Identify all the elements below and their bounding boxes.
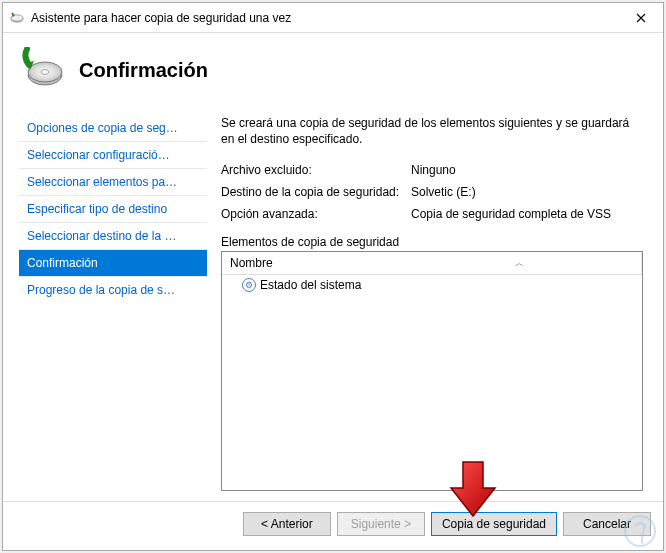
backup-items-list[interactable]: Nombre ︿ ⚙ Estado del sistema bbox=[221, 251, 643, 491]
wizard-window: Asistente para hacer copia de seguridad … bbox=[2, 2, 664, 551]
value-advanced: Copia de seguridad completa de VSS bbox=[411, 207, 643, 221]
list-item-label: Estado del sistema bbox=[260, 278, 361, 292]
sidebar-item-progress[interactable]: Progreso de la copia de s… bbox=[19, 277, 207, 303]
column-header-name-text: Nombre bbox=[230, 256, 273, 270]
svg-point-5 bbox=[625, 516, 655, 546]
titlebar: Asistente para hacer copia de seguridad … bbox=[3, 3, 663, 33]
list-header: Nombre ︿ bbox=[222, 252, 642, 275]
row-advanced: Opción avanzada: Copia de seguridad comp… bbox=[221, 207, 643, 221]
svg-point-4 bbox=[41, 70, 49, 75]
label-destination: Destino de la copia de seguridad: bbox=[221, 185, 411, 199]
list-label: Elementos de copia de seguridad bbox=[221, 235, 643, 249]
system-state-icon: ⚙ bbox=[242, 278, 256, 292]
description-text: Se creará una copia de seguridad de los … bbox=[221, 115, 643, 147]
back-button[interactable]: < Anterior bbox=[243, 512, 331, 536]
wizard-header: Confirmación bbox=[3, 33, 663, 109]
app-icon bbox=[9, 10, 25, 26]
backup-button[interactable]: Copia de seguridad bbox=[431, 512, 557, 536]
wizard-footer: < Anterior Siguiente > Copia de segurida… bbox=[3, 501, 663, 550]
value-destination: Solvetic (E:) bbox=[411, 185, 643, 199]
sort-caret-icon: ︿ bbox=[515, 257, 524, 270]
sidebar-item-items[interactable]: Seleccionar elementos pa… bbox=[19, 169, 207, 196]
sidebar-item-dest-type[interactable]: Especificar tipo de destino bbox=[19, 196, 207, 223]
sidebar-item-config[interactable]: Seleccionar configuració… bbox=[19, 142, 207, 169]
close-button[interactable] bbox=[619, 3, 663, 32]
label-excluded-file: Archivo excluido: bbox=[221, 163, 411, 177]
watermark-icon bbox=[623, 514, 657, 548]
next-button: Siguiente > bbox=[337, 512, 425, 536]
label-advanced: Opción avanzada: bbox=[221, 207, 411, 221]
main-panel: Se creará una copia de seguridad de los … bbox=[207, 109, 653, 501]
column-header-name[interactable]: Nombre ︿ bbox=[222, 252, 642, 274]
wizard-steps-sidebar: Opciones de copia de seg… Seleccionar co… bbox=[19, 109, 207, 501]
window-controls bbox=[619, 3, 663, 32]
sidebar-item-options[interactable]: Opciones de copia de seg… bbox=[19, 115, 207, 142]
page-title: Confirmación bbox=[79, 59, 208, 82]
backup-disc-icon bbox=[19, 47, 65, 93]
row-excluded-file: Archivo excluido: Ninguno bbox=[221, 163, 643, 177]
sidebar-item-dest[interactable]: Seleccionar destino de la … bbox=[19, 223, 207, 250]
window-title: Asistente para hacer copia de seguridad … bbox=[31, 11, 619, 25]
value-excluded-file: Ninguno bbox=[411, 163, 643, 177]
wizard-body: Opciones de copia de seg… Seleccionar co… bbox=[3, 109, 663, 501]
row-destination: Destino de la copia de seguridad: Solvet… bbox=[221, 185, 643, 199]
sidebar-item-confirm[interactable]: Confirmación bbox=[19, 250, 207, 277]
list-item[interactable]: ⚙ Estado del sistema bbox=[222, 275, 642, 295]
